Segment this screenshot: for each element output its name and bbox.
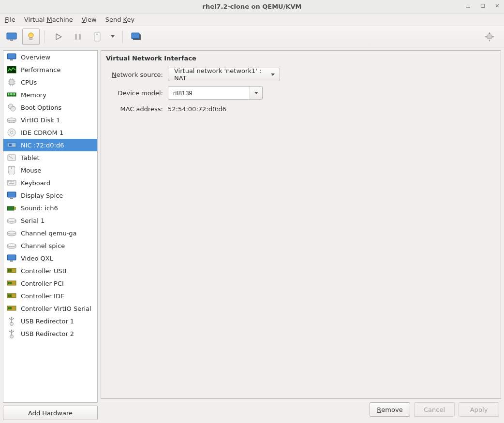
device-row-17[interactable]: Controller USB <box>3 264 97 277</box>
svg-marker-9 <box>56 34 61 40</box>
controller-icon <box>6 304 17 313</box>
svg-point-45 <box>11 131 13 134</box>
svg-rect-79 <box>10 294 12 297</box>
menu-vm[interactable]: Virtual Machine <box>23 15 74 24</box>
close-icon[interactable] <box>494 3 500 9</box>
device-model-combo[interactable] <box>168 86 263 100</box>
menu-view[interactable]: View <box>81 15 98 24</box>
device-row-19[interactable]: Controller IDE <box>3 290 97 302</box>
shutdown-menu-button[interactable] <box>108 35 118 38</box>
device-row-6[interactable]: IDE CDROM 1 <box>3 126 97 139</box>
device-row-label: Sound: ich6 <box>21 204 58 212</box>
details-view-button[interactable] <box>22 29 40 45</box>
svg-rect-75 <box>10 282 12 284</box>
svg-rect-24 <box>10 59 13 60</box>
device-row-label: NIC :72:d0:d6 <box>21 142 64 149</box>
chevron-down-icon <box>254 92 258 94</box>
snapshots-button[interactable] <box>128 29 145 45</box>
remove-button[interactable]: Remove <box>370 402 410 417</box>
menu-sendkey[interactable]: Send Key <box>104 15 135 24</box>
device-row-11[interactable]: Display Spice <box>3 189 97 202</box>
device-row-label: Overview <box>21 54 50 61</box>
device-row-0[interactable]: Overview <box>3 51 97 63</box>
device-row-5[interactable]: VirtIO Disk 1 <box>3 114 97 126</box>
svg-rect-60 <box>10 198 13 199</box>
svg-rect-40 <box>14 93 15 95</box>
device-row-8[interactable]: Tablet <box>3 151 97 164</box>
svg-rect-68 <box>10 261 13 262</box>
device-row-15[interactable]: Channel spice <box>3 239 97 252</box>
menu-file[interactable]: File <box>4 15 16 24</box>
device-row-13[interactable]: Serial 1 <box>3 214 97 227</box>
svg-rect-23 <box>8 54 15 58</box>
svg-rect-13 <box>96 34 98 35</box>
device-row-1[interactable]: Performance <box>3 63 97 76</box>
svg-rect-55 <box>11 181 12 182</box>
device-row-label: Controller IDE <box>21 292 64 300</box>
shutdown-button[interactable] <box>89 29 106 45</box>
svg-rect-83 <box>10 307 12 309</box>
svg-rect-54 <box>10 181 11 182</box>
device-model-dropdown-button[interactable] <box>250 87 262 99</box>
usb-icon <box>6 329 17 338</box>
run-button[interactable] <box>50 29 67 45</box>
svg-rect-6 <box>10 40 13 41</box>
menubar: File Virtual Machine View Send Key <box>0 14 504 26</box>
pause-button[interactable] <box>69 29 87 45</box>
svg-rect-57 <box>9 183 14 184</box>
svg-rect-47 <box>9 144 12 146</box>
svg-point-43 <box>7 118 16 121</box>
fullscreen-button[interactable] <box>481 29 498 45</box>
network-source-combo[interactable]: Virtual network 'network1' : NAT <box>168 68 280 81</box>
svg-rect-61 <box>7 206 14 210</box>
device-row-18[interactable]: Controller PCI <box>3 277 97 290</box>
device-row-label: Display Spice <box>21 192 63 199</box>
device-list[interactable]: OverviewPerformanceCPUsMemoryBoot Option… <box>3 50 98 403</box>
device-row-7[interactable]: NIC :72:d0:d6 <box>3 139 97 151</box>
button-bar: Remove Cancel Apply <box>101 399 501 420</box>
device-row-22[interactable]: USB Redirector 2 <box>3 327 97 340</box>
device-row-3[interactable]: Memory <box>3 88 97 101</box>
serial-icon <box>6 216 17 225</box>
device-row-label: IDE CDROM 1 <box>21 129 63 136</box>
device-row-label: Memory <box>21 91 46 99</box>
device-row-16[interactable]: Video QXL <box>3 252 97 264</box>
device-row-label: Controller VirtIO Serial <box>21 305 91 312</box>
mouse-icon <box>6 166 17 175</box>
svg-rect-80 <box>13 296 15 297</box>
section-title: Virtual Network Interface <box>106 55 496 62</box>
device-row-9[interactable]: Mouse <box>3 164 97 176</box>
svg-rect-67 <box>8 255 15 260</box>
add-hardware-button[interactable]: Add Hardware <box>3 406 98 420</box>
device-model-row: Device model: <box>106 85 496 101</box>
device-row-12[interactable]: Sound: ich6 <box>3 202 97 214</box>
device-row-2[interactable]: CPUs <box>3 76 97 88</box>
device-row-20[interactable]: Controller VirtIO Serial <box>3 302 97 315</box>
device-row-label: Video QXL <box>21 255 53 262</box>
app-window: rhel7.2-clone on QEMU/KVM File Virtual M… <box>0 0 504 423</box>
svg-point-7 <box>29 33 33 38</box>
right-pane: Virtual Network Interface Network source… <box>101 50 501 420</box>
svg-rect-37 <box>10 93 11 95</box>
device-row-21[interactable]: USB Redirector 1 <box>3 315 97 327</box>
minimize-icon[interactable] <box>465 3 471 9</box>
device-row-4[interactable]: Boot Options <box>3 101 97 114</box>
svg-rect-52 <box>7 180 16 185</box>
device-row-10[interactable]: Keyboard <box>3 176 97 189</box>
network-source-row: Network source: Virtual network 'network… <box>106 67 496 82</box>
cpu-icon <box>6 78 17 87</box>
svg-point-87 <box>11 317 13 319</box>
mac-address-value: 52:54:00:72:d0:d6 <box>168 105 226 113</box>
keyboard-icon <box>6 178 17 187</box>
device-model-label: Device model: <box>106 89 163 97</box>
maximize-icon[interactable] <box>480 3 486 9</box>
device-model-input[interactable] <box>168 87 250 99</box>
svg-rect-62 <box>14 207 16 210</box>
console-view-button[interactable] <box>3 29 20 45</box>
device-row-label: Channel spice <box>21 242 65 249</box>
svg-point-64 <box>7 231 16 234</box>
device-row-14[interactable]: Channel qemu-ga <box>3 227 97 239</box>
device-row-label: CPUs <box>21 79 37 86</box>
svg-rect-10 <box>75 34 77 40</box>
device-row-label: Tablet <box>21 154 40 161</box>
